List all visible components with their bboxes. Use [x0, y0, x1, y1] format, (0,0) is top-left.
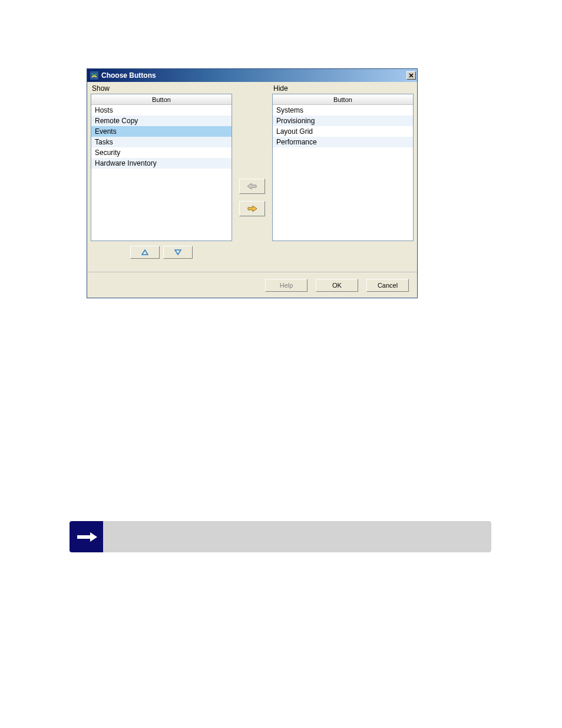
dialog-body: Show Button HostsRemote CopyEventsTasksS… [87, 82, 417, 272]
app-icon [90, 71, 99, 80]
show-list-header[interactable]: Button [91, 94, 232, 105]
list-item[interactable]: Tasks [91, 137, 232, 147]
svg-marker-3 [247, 183, 256, 189]
list-item[interactable]: Remote Copy [91, 116, 232, 126]
svg-marker-4 [248, 206, 257, 212]
list-item[interactable]: Systems [273, 105, 413, 116]
arrow-right-icon [247, 205, 257, 213]
triangle-up-icon [141, 249, 148, 255]
dialog-titlebar: Choose Buttons [87, 69, 417, 82]
choose-buttons-dialog: Choose Buttons Show Button HostsRemote C… [87, 68, 418, 298]
list-item[interactable]: Events [91, 126, 232, 137]
list-item[interactable]: Provisioning [273, 116, 413, 126]
list-item[interactable]: Performance [273, 137, 413, 147]
cancel-button[interactable]: Cancel [366, 279, 409, 292]
svg-marker-5 [77, 532, 97, 542]
hide-label: Hide [272, 82, 414, 94]
move-left-button[interactable] [239, 179, 265, 194]
list-item[interactable]: Hosts [91, 105, 232, 116]
choose-buttons-figure: Choose Buttons Show Button HostsRemote C… [87, 68, 418, 298]
list-item[interactable]: Layout Grid [273, 126, 413, 137]
list-item[interactable]: Security [91, 147, 232, 158]
hide-list[interactable]: Button SystemsProvisioningLayout GridPer… [272, 94, 414, 241]
hide-panel: Hide Button SystemsProvisioningLayout Gr… [272, 82, 414, 272]
move-buttons-column [237, 82, 267, 272]
note-arrow-icon [70, 521, 103, 552]
ok-button[interactable]: OK [316, 279, 358, 292]
help-button[interactable]: Help [265, 279, 308, 292]
dialog-footer: Help OK Cancel [87, 272, 417, 298]
triangle-down-icon [174, 249, 181, 255]
move-right-button[interactable] [239, 201, 265, 216]
dialog-title: Choose Buttons [101, 71, 406, 80]
move-down-button[interactable] [163, 246, 193, 259]
note-callout [70, 521, 491, 552]
svg-marker-1 [142, 250, 148, 255]
list-item[interactable]: Hardware Inventory [91, 158, 232, 169]
hide-list-items: SystemsProvisioningLayout GridPerformanc… [273, 105, 413, 241]
close-button[interactable] [406, 71, 416, 80]
reorder-buttons [91, 241, 232, 259]
svg-marker-2 [175, 250, 181, 255]
move-up-button[interactable] [130, 246, 160, 259]
note-body [103, 521, 491, 552]
show-label: Show [91, 82, 232, 94]
hide-list-header[interactable]: Button [273, 94, 413, 105]
show-list-items: HostsRemote CopyEventsTasksSecurityHardw… [91, 105, 232, 241]
arrow-left-icon [247, 182, 257, 190]
show-list[interactable]: Button HostsRemote CopyEventsTasksSecuri… [91, 94, 232, 241]
show-panel: Show Button HostsRemote CopyEventsTasksS… [91, 82, 232, 272]
